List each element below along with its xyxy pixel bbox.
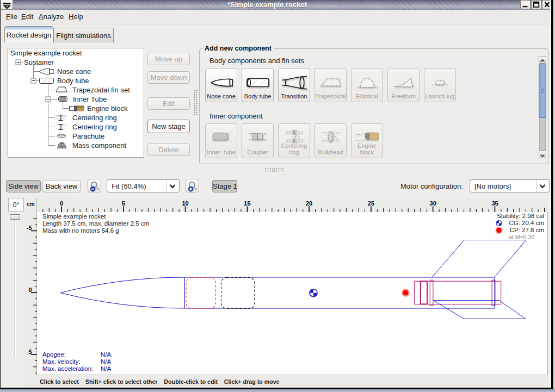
svg-text:Simple example rocket: Simple example rocket bbox=[42, 213, 106, 220]
svg-text:30: 30 bbox=[430, 200, 436, 207]
svg-text:Apogee:: Apogee: bbox=[42, 351, 66, 358]
svg-text:kg: kg bbox=[60, 145, 64, 148]
svg-text:0: 0 bbox=[28, 287, 32, 293]
svg-text:15: 15 bbox=[244, 200, 250, 207]
svg-text:10: 10 bbox=[182, 200, 188, 207]
svg-text:N/A: N/A bbox=[101, 358, 112, 365]
svg-text:N/A: N/A bbox=[101, 365, 112, 372]
svg-text:5: 5 bbox=[28, 349, 32, 355]
svg-text:35: 35 bbox=[491, 200, 498, 207]
svg-text:5: 5 bbox=[122, 200, 125, 207]
svg-text:CG: 20.4 cm: CG: 20.4 cm bbox=[509, 220, 544, 226]
svg-text:20: 20 bbox=[306, 200, 312, 207]
svg-text:Max. acceleration:: Max. acceleration: bbox=[42, 365, 93, 372]
svg-text:Stability: 2.98 cal: Stability: 2.98 cal bbox=[497, 213, 544, 219]
svg-text:Max. velocity:: Max. velocity: bbox=[42, 358, 81, 365]
svg-text:-5: -5 bbox=[27, 225, 32, 231]
svg-text:Mass with no motors 54.6 g: Mass with no motors 54.6 g bbox=[42, 227, 119, 234]
svg-text:N/A: N/A bbox=[101, 351, 112, 358]
svg-text:0: 0 bbox=[60, 200, 63, 207]
svg-text:Length 37.5 cm, max. diameter: Length 37.5 cm, max. diameter 2.5 cm bbox=[42, 220, 149, 227]
svg-text:25: 25 bbox=[368, 200, 374, 207]
svg-text:CP: 27.8 cm: CP: 27.8 cm bbox=[510, 227, 544, 233]
svg-text:at M=0.30: at M=0.30 bbox=[509, 234, 534, 240]
